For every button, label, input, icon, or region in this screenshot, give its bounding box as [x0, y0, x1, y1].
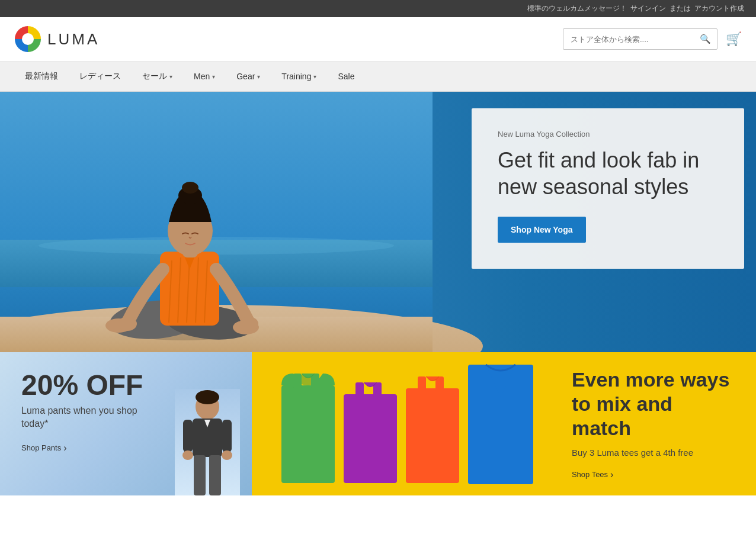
signin-link[interactable]: サインイン — [630, 4, 666, 14]
tank-tops-image — [276, 362, 536, 486]
promo-right-title: Even more ways to mix and match — [572, 368, 732, 440]
top-bar: 標準のウェルカムメッセージ！ サインイン または アカウント作成 — [0, 0, 756, 17]
svg-point-35 — [222, 450, 232, 460]
nav-item-sale[interactable]: セール ▾ — [132, 62, 183, 91]
search-box: 🔍 — [563, 28, 717, 50]
svg-point-27 — [196, 390, 219, 404]
search-icon: 🔍 — [700, 34, 711, 44]
create-account-link[interactable]: アカウント作成 — [694, 4, 744, 14]
nav-item-whatsnew[interactable]: 最新情報 — [14, 62, 69, 91]
promo-man-figure — [175, 389, 240, 495]
main-nav: 最新情報 レディース セール ▾ Men ▾ Gear ▾ Training ▾… — [0, 62, 756, 92]
promo-right-desc: Buy 3 Luma tees get a 4th free — [572, 448, 732, 458]
svg-point-20 — [239, 317, 258, 331]
shop-tees-link[interactable]: Shop Tees › — [572, 469, 732, 480]
svg-point-24 — [182, 182, 198, 194]
svg-rect-40 — [344, 394, 397, 483]
site-header: LUMA 🔍 🛒 — [0, 17, 756, 62]
cart-icon: 🛒 — [726, 31, 742, 46]
svg-point-1 — [22, 33, 34, 45]
promo-section: 20% OFF Luma pants when you shop today* … — [0, 352, 756, 495]
search-button[interactable]: 🔍 — [694, 29, 717, 49]
or-text: または — [669, 4, 691, 14]
promo-tees-panel: Even more ways to mix and match Buy 3 Lu… — [252, 352, 756, 495]
svg-rect-41 — [355, 382, 364, 397]
svg-rect-33 — [222, 420, 232, 452]
promo-pants-panel: 20% OFF Luma pants when you shop today* … — [0, 352, 252, 495]
nav-item-gear[interactable]: Gear ▾ — [226, 62, 271, 91]
header-right: 🔍 🛒 — [563, 28, 742, 50]
nav-item-training[interactable]: Training ▾ — [271, 62, 327, 91]
search-input[interactable] — [563, 30, 694, 49]
svg-point-4 — [39, 237, 394, 255]
svg-rect-36 — [281, 385, 335, 483]
svg-rect-30 — [194, 455, 206, 495]
arrow-icon: › — [610, 469, 613, 480]
nav-item-ladies[interactable]: レディース — [69, 62, 132, 91]
chevron-down-icon: ▾ — [313, 73, 316, 80]
logo-area: LUMA — [14, 25, 100, 53]
chevron-down-icon: ▾ — [257, 73, 260, 80]
svg-rect-32 — [183, 420, 193, 452]
svg-point-34 — [182, 450, 193, 460]
cart-button[interactable]: 🛒 — [726, 31, 742, 47]
welcome-message: 標準のウェルカムメッセージ！ — [527, 4, 627, 14]
hero-title: Get fit and look fab in new seasonal sty… — [498, 147, 718, 200]
nav-item-sale2[interactable]: Sale — [327, 62, 365, 91]
luma-logo-icon — [14, 25, 41, 53]
nav-item-men[interactable]: Men ▾ — [183, 62, 226, 91]
svg-rect-43 — [406, 388, 459, 483]
svg-rect-38 — [293, 374, 302, 388]
svg-rect-44 — [418, 376, 426, 391]
promo-right-text-area: Even more ways to mix and match Buy 3 Lu… — [560, 356, 756, 491]
tees-visual — [252, 356, 560, 492]
promo-desc-text: Luma pants when you shop today* — [21, 404, 140, 431]
hero-subtitle: New Luma Yoga Collection — [498, 130, 718, 139]
svg-rect-31 — [209, 455, 221, 495]
hero-info-box: New Luma Yoga Collection Get fit and loo… — [472, 108, 744, 269]
chevron-down-icon: ▾ — [169, 73, 172, 80]
chevron-down-icon: ▾ — [212, 73, 215, 80]
hero-cta-button[interactable]: Shop New Yoga — [498, 217, 586, 243]
arrow-icon: › — [63, 443, 66, 453]
svg-point-19 — [118, 317, 137, 331]
hero-section: New Luma Yoga Collection Get fit and loo… — [0, 92, 756, 352]
logo-text: LUMA — [47, 30, 100, 49]
